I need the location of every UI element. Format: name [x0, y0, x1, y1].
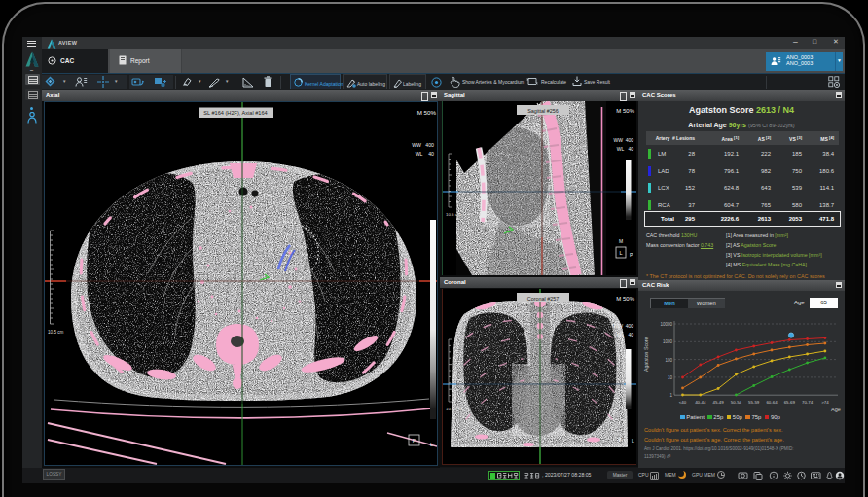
svg-text:>74: >74 — [821, 400, 829, 405]
svg-text:Coronal #257: Coronal #257 — [527, 296, 559, 302]
svg-text:10: 10 — [668, 375, 673, 380]
svg-text:<40: <40 — [679, 400, 687, 405]
svg-text:10.5 cm: 10.5 cm — [48, 330, 64, 335]
svg-text:40-44: 40-44 — [695, 400, 706, 405]
svg-text:Sagittal #256: Sagittal #256 — [527, 108, 558, 114]
svg-text:1: 1 — [669, 393, 672, 398]
svg-text:WL 40: WL 40 — [416, 151, 434, 157]
svg-text:M: M — [619, 238, 623, 244]
svg-text:10.5 cm: 10.5 cm — [446, 407, 461, 411]
svg-text:10.5 cm: 10.5 cm — [446, 212, 461, 217]
svg-text:L: L — [632, 438, 634, 444]
svg-text:M 50%: M 50% — [417, 109, 437, 116]
svg-text:Agatston Score: Agatston Score — [643, 337, 649, 372]
svg-text:70-74: 70-74 — [802, 400, 814, 405]
svg-text:SL #164 (H2F), Axial #164: SL #164 (H2F), Axial #164 — [203, 110, 267, 116]
svg-text:WW 400: WW 400 — [412, 142, 434, 148]
svg-text:1000: 1000 — [663, 339, 673, 344]
svg-text:WW 400: WW 400 — [613, 137, 633, 143]
svg-text:Age: Age — [831, 407, 841, 412]
svg-text:WW 400: WW 400 — [613, 323, 633, 329]
svg-text:M 50%: M 50% — [616, 108, 634, 114]
svg-text:WL 40: WL 40 — [617, 332, 633, 337]
svg-text:L: L — [430, 442, 433, 447]
svg-text:50-54: 50-54 — [731, 400, 742, 405]
svg-text:WL 40: WL 40 — [617, 146, 633, 152]
svg-text:65-69: 65-69 — [784, 400, 796, 405]
svg-text:55-59: 55-59 — [748, 400, 760, 405]
svg-text:100: 100 — [665, 358, 672, 363]
svg-text:L: L — [619, 250, 622, 256]
svg-text:60-64: 60-64 — [766, 400, 778, 405]
svg-text:10000: 10000 — [660, 322, 672, 327]
svg-text:M 50%: M 50% — [616, 296, 634, 302]
svg-text:45-49: 45-49 — [712, 400, 724, 405]
